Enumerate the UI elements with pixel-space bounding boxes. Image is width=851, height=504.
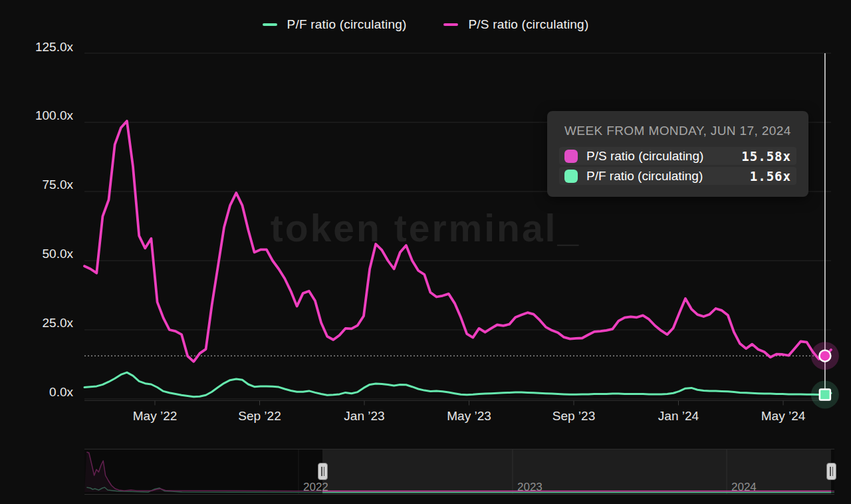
pf-marker bbox=[820, 390, 830, 400]
tooltip-row-pf: P/F ratio (circulating) 1.56x bbox=[559, 167, 796, 185]
tooltip-label-ps: P/S ratio (circulating) bbox=[586, 149, 703, 164]
navigator-track[interactable] bbox=[0, 449, 851, 496]
chart-page: P/F ratio (circulating) P/S ratio (circu… bbox=[0, 0, 851, 504]
x-axis-label: Jan ’23 bbox=[344, 409, 384, 423]
navigator-year-2024: 2024 bbox=[731, 481, 757, 494]
x-axis-label: May ’23 bbox=[447, 409, 491, 423]
x-axis-label: Jan ’24 bbox=[658, 409, 699, 423]
tooltip-label-pf: P/F ratio (circulating) bbox=[586, 169, 703, 184]
ps-marker bbox=[819, 350, 830, 362]
x-axis-label: May ’22 bbox=[133, 409, 178, 423]
navigator-left-handle[interactable] bbox=[318, 463, 328, 480]
pf-swatch-icon bbox=[564, 170, 578, 183]
tooltip-row-ps: P/S ratio (circulating) 15.58x bbox=[559, 147, 796, 165]
tooltip-value-pf: 1.56x bbox=[750, 169, 791, 184]
pf-ratio-line bbox=[84, 372, 831, 397]
tooltip: WEEK FROM MONDAY, JUN 17, 2024 P/S ratio… bbox=[547, 111, 808, 197]
navigator-year-2022: 2022 bbox=[303, 481, 328, 494]
x-axis-label: Sep ’22 bbox=[238, 409, 281, 423]
navigator-mask-left[interactable] bbox=[84, 449, 322, 495]
tooltip-title: WEEK FROM MONDAY, JUN 17, 2024 bbox=[564, 124, 791, 138]
tooltip-value-ps: 15.58x bbox=[741, 149, 791, 164]
ps-swatch-icon bbox=[564, 150, 578, 163]
x-axis-label: May ’24 bbox=[761, 409, 806, 423]
x-axis-label: Sep ’23 bbox=[552, 409, 595, 423]
navigator-year-2023: 2023 bbox=[517, 481, 543, 494]
navigator-right-handle[interactable] bbox=[826, 463, 836, 480]
main-chart-plot-area[interactable]: May ’22Sep ’22Jan ’23May ’23Sep ’23Jan ’… bbox=[0, 0, 851, 439]
